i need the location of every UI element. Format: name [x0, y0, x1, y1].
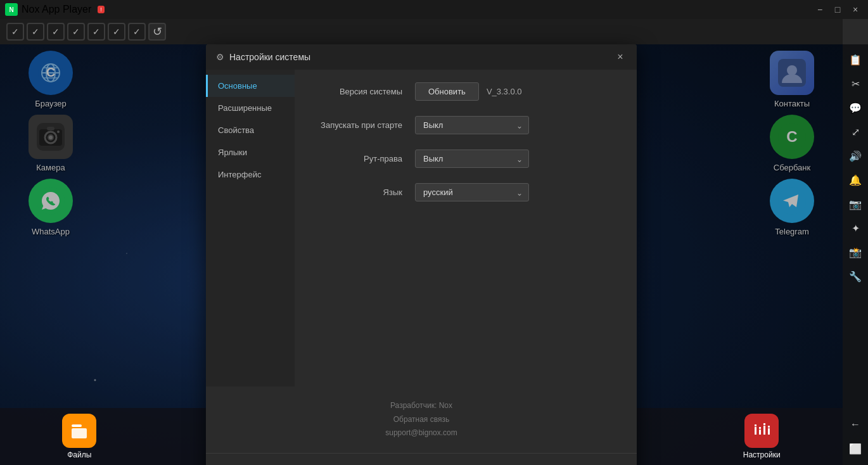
dialog-footer-info: Разработчик: Nox Обратная связь support@… [206, 386, 637, 453]
version-value: V_3.3.0.0 [487, 87, 522, 96]
app-badge: ! [98, 6, 105, 13]
dialog-body: Основные Расширенные Свойства Ярлыки Инт… [206, 70, 637, 386]
sidebar-settings-icon[interactable]: 🔧 [844, 265, 867, 288]
nox-logo-icon: N [5, 3, 18, 16]
sidebar-star-icon[interactable]: ✦ [844, 217, 867, 239]
startup-select[interactable]: Выкл Вкл [415, 116, 529, 134]
sidebar-home-icon[interactable]: ⬜ [844, 437, 867, 460]
sidebar-cut-icon[interactable]: ✂ [844, 72, 867, 95]
nav-properties[interactable]: Свойства [206, 119, 295, 141]
files-icon [62, 414, 96, 448]
update-button[interactable]: Обновить [415, 82, 479, 101]
svg-rect-40 [768, 426, 770, 428]
svg-rect-38 [763, 423, 765, 425]
dialog-actions: Сохранить изменения Сбросить и сохранить [206, 453, 637, 465]
app-title: Nox App Player [22, 4, 91, 15]
version-row: Версия системы Обновить V_3.3.0.0 [314, 82, 618, 101]
svg-rect-21 [72, 424, 82, 427]
sidebar-clipboard-icon[interactable]: 📋 [844, 48, 867, 71]
version-control: Обновить V_3.3.0.0 [415, 82, 618, 101]
save-button[interactable]: Сохранить изменения [316, 462, 416, 465]
root-row: Рут-права Выкл Вкл [314, 150, 618, 168]
root-select-wrapper: Выкл Вкл [415, 150, 529, 168]
sidebar-camera-icon[interactable]: 📷 [844, 193, 867, 215]
svg-rect-36 [759, 427, 761, 429]
svg-rect-22 [72, 428, 87, 438]
footer-line3[interactable]: support@bignox.com [216, 426, 627, 440]
nav-basic[interactable]: Основные [206, 75, 295, 97]
nav-interface[interactable]: Интерфейс [206, 163, 295, 186]
language-control: русский English [415, 183, 618, 201]
right-sidebar: 📱 📋 ✂ 💬 ⤢ 🔊 🔔 📷 ✦ 📸 🔧 ← ⬜ [843, 19, 868, 465]
sidebar-screenshot-icon[interactable]: 📸 [844, 241, 867, 264]
settings-dialog: ⚙ Настройки системы × Основные Расширенн… [206, 44, 637, 465]
modal-overlay: ⚙ Настройки системы × Основные Расширенн… [0, 19, 843, 408]
root-control: Выкл Вкл [415, 150, 618, 168]
footer-line2: Обратная связь [216, 413, 627, 427]
title-bar: N Nox App Player ! − □ × [0, 0, 868, 19]
dialog-title-bar: ⚙ Настройки системы × [206, 44, 637, 70]
dialog-gear-icon: ⚙ [216, 52, 224, 62]
dialog-title: Настройки системы [229, 52, 609, 62]
settings-taskbar-icon [744, 414, 779, 448]
dialog-content: Версия системы Обновить V_3.3.0.0 Запуск… [295, 70, 637, 386]
footer-line1: Разработчик: Nox [216, 399, 627, 413]
close-button[interactable]: × [848, 2, 863, 17]
settings-taskbar-label: Настройки [743, 450, 781, 459]
sidebar-volume-icon[interactable]: 🔊 [844, 144, 867, 167]
files-label: Файлы [67, 450, 91, 459]
root-select[interactable]: Выкл Вкл [415, 150, 529, 168]
svg-rect-35 [759, 430, 761, 435]
language-label: Язык [314, 188, 415, 197]
startup-row: Запускать при старте Выкл Вкл [314, 116, 618, 134]
sidebar-mute-icon[interactable]: 🔔 [844, 169, 867, 191]
dialog-nav: Основные Расширенные Свойства Ярлыки Инт… [206, 70, 295, 386]
svg-rect-33 [755, 427, 756, 435]
dialog-close-button[interactable]: × [614, 51, 627, 63]
app-logo: N Nox App Player ! [0, 3, 110, 16]
sidebar-message-icon[interactable]: 💬 [844, 96, 867, 119]
reset-button[interactable]: Сбросить и сохранить [426, 462, 527, 465]
sidebar-expand-icon[interactable]: ⤢ [844, 120, 867, 143]
nav-advanced[interactable]: Расширенные [206, 97, 295, 119]
sidebar-back-icon[interactable]: ← [844, 413, 867, 436]
taskbar-files[interactable]: Файлы [62, 414, 96, 459]
maximize-button[interactable]: □ [830, 2, 845, 17]
minimize-button[interactable]: − [812, 2, 827, 17]
language-select-wrapper: русский English [415, 183, 529, 201]
version-label: Версия системы [314, 87, 415, 96]
svg-rect-34 [755, 424, 756, 426]
startup-select-wrapper: Выкл Вкл [415, 116, 529, 134]
taskbar-settings[interactable]: Настройки [743, 414, 781, 459]
language-select[interactable]: русский English [415, 183, 529, 201]
language-row: Язык русский English [314, 183, 618, 201]
startup-control: Выкл Вкл [415, 116, 618, 134]
startup-label: Запускать при старте [314, 120, 415, 130]
window-controls: − □ × [812, 2, 868, 17]
root-label: Рут-права [314, 154, 415, 163]
svg-rect-37 [763, 426, 765, 435]
svg-rect-39 [768, 428, 770, 435]
nav-shortcuts[interactable]: Ярлыки [206, 141, 295, 163]
